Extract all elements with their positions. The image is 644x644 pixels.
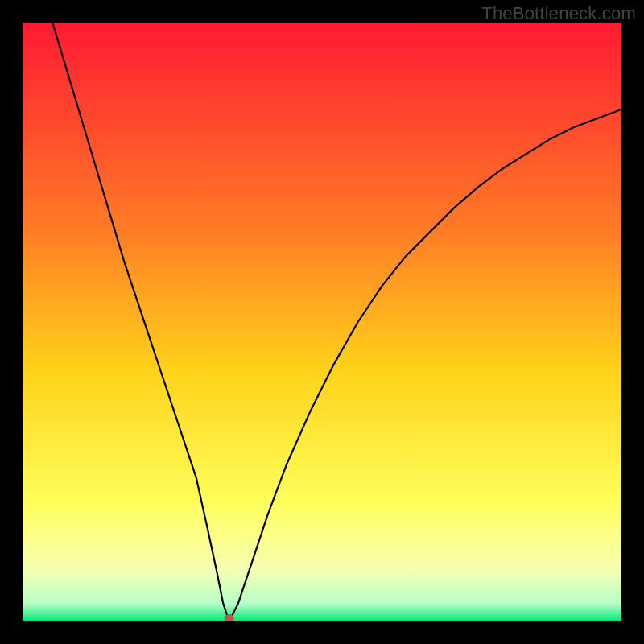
chart-background [23,23,621,621]
watermark-text: TheBottleneck.com [481,3,636,24]
chart-plot-area [23,23,621,621]
chart-svg [23,23,621,621]
chart-frame: TheBottleneck.com [0,0,644,644]
